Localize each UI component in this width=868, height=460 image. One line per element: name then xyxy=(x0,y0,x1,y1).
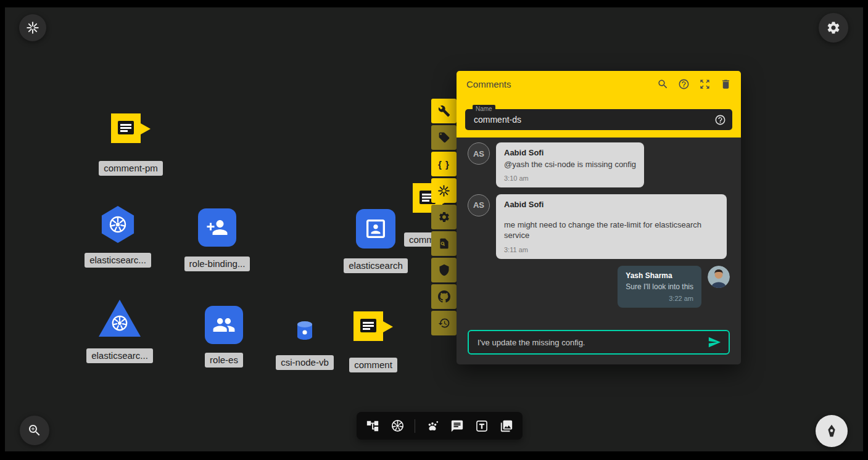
wrench-button[interactable] xyxy=(431,99,457,123)
wrench-icon xyxy=(438,105,450,117)
message-author: Yash Sharma xyxy=(626,271,693,280)
avatar-initials: AS xyxy=(468,194,490,216)
name-input[interactable] xyxy=(474,115,714,125)
person-add-icon xyxy=(198,208,236,247)
comments-panel-header: Comments xyxy=(457,71,741,97)
bottom-dock xyxy=(357,412,523,440)
name-help-icon[interactable] xyxy=(714,114,726,126)
search-button[interactable] xyxy=(653,75,672,93)
send-icon xyxy=(708,335,721,349)
avatar-photo xyxy=(708,266,730,288)
help-icon xyxy=(678,78,690,90)
doc-scan-icon xyxy=(438,237,450,250)
node-label: elasticsearc... xyxy=(86,348,153,363)
comments-panel: Comments Name xyxy=(457,71,741,364)
text-icon xyxy=(475,419,489,433)
design-mode-button[interactable] xyxy=(816,415,848,447)
snowflake-logo-icon xyxy=(26,21,39,35)
message-text: me might need to change the rate-limit f… xyxy=(504,220,719,241)
comment-input[interactable] xyxy=(476,337,706,348)
node-role-binding[interactable]: role-binding... xyxy=(176,208,258,271)
people-icon xyxy=(205,306,243,344)
comment-composer[interactable] xyxy=(468,330,730,355)
node-label: role-binding... xyxy=(184,257,250,271)
expand-button[interactable] xyxy=(695,75,714,93)
dock-divider xyxy=(415,419,415,433)
comment-shape-icon xyxy=(353,311,394,347)
help-button[interactable] xyxy=(674,75,693,93)
node-comment[interactable]: comment xyxy=(333,311,413,372)
kubernetes-tool-button[interactable] xyxy=(390,419,405,433)
node-label: elasticsearch xyxy=(344,258,408,273)
comment-icon xyxy=(450,419,464,433)
message-text: @yash the csi-node is missing config xyxy=(504,159,636,170)
storage-cylinder-icon xyxy=(296,321,314,340)
node-role-es[interactable]: role-es xyxy=(184,306,264,368)
braces-icon: { } xyxy=(438,159,450,170)
gear-icon xyxy=(826,20,841,35)
delete-button[interactable] xyxy=(716,75,735,93)
shield-button[interactable] xyxy=(431,258,457,282)
app-logo-button[interactable] xyxy=(19,14,46,41)
hierarchy-tool-button[interactable] xyxy=(365,419,380,433)
message-time: 3:11 am xyxy=(504,246,719,253)
history-button[interactable] xyxy=(431,311,457,335)
search-icon xyxy=(657,78,669,90)
comment-tool-button[interactable] xyxy=(450,419,465,433)
tag-button[interactable] xyxy=(431,125,457,150)
node-label: elasticsearc... xyxy=(85,253,151,268)
portrait-icon xyxy=(356,209,395,248)
name-section: Name xyxy=(457,97,741,138)
snowflake-icon xyxy=(437,184,450,197)
panel-title: Comments xyxy=(466,79,651,89)
comments-thread: AS Aabid Sofi @yash the csi-node is miss… xyxy=(457,138,741,364)
node-context-toolbar: { } xyxy=(431,99,457,335)
message-bubble: Aabid Sofi me might need to change the r… xyxy=(496,194,727,259)
avatar-initials: AS xyxy=(468,142,490,165)
comment-shape-icon xyxy=(110,113,151,149)
shield-icon xyxy=(438,264,450,276)
snowflake-button[interactable] xyxy=(431,178,457,203)
message-bubble: Yash Sharma Sure I'll look into this 3:2… xyxy=(618,266,701,308)
comment-message: Yash Sharma Sure I'll look into this 3:2… xyxy=(468,266,730,308)
zoom-in-icon xyxy=(27,423,42,438)
kubernetes-icon xyxy=(391,419,405,433)
settings-button[interactable] xyxy=(819,13,848,43)
node-elasticsearch-hexagon[interactable]: elasticsearc... xyxy=(78,206,158,268)
node-label: csi-node-vb xyxy=(276,355,334,370)
gear-button[interactable] xyxy=(431,205,457,229)
design-canvas[interactable]: comment-pm elasticsearc... role-binding.… xyxy=(5,7,863,451)
history-icon xyxy=(438,317,450,329)
media-tool-button[interactable] xyxy=(499,419,514,433)
send-button[interactable] xyxy=(706,334,722,350)
doodle-tool-button[interactable] xyxy=(425,419,440,433)
message-bubble: Aabid Sofi @yash the csi-node is missing… xyxy=(496,142,644,187)
github-button[interactable] xyxy=(431,284,457,309)
braces-button[interactable]: { } xyxy=(431,152,457,176)
gear-icon xyxy=(438,211,450,223)
doc-scan-button[interactable] xyxy=(431,231,457,256)
kubernetes-hexagon-icon xyxy=(100,206,136,243)
github-icon xyxy=(438,290,450,303)
name-field-label: Name xyxy=(473,105,495,113)
name-field[interactable]: Name xyxy=(465,109,732,130)
message-time: 3:22 am xyxy=(626,295,693,302)
message-author: Aabid Sofi xyxy=(504,200,719,209)
expand-icon xyxy=(699,78,711,90)
pen-nib-icon xyxy=(824,423,840,439)
message-text: Sure I'll look into this xyxy=(626,282,693,292)
text-tool-button[interactable] xyxy=(474,419,489,433)
zoom-button[interactable] xyxy=(20,416,49,445)
node-label: comment-pm xyxy=(99,161,163,176)
comment-message: AS Aabid Sofi @yash the csi-node is miss… xyxy=(468,142,730,187)
node-comment-pm[interactable]: comment-pm xyxy=(93,113,169,176)
comment-message: AS Aabid Sofi me might need to change th… xyxy=(468,194,730,259)
node-label: role-es xyxy=(205,353,243,368)
message-time: 3:10 am xyxy=(504,175,636,182)
kubernetes-triangle-icon xyxy=(99,300,141,337)
node-label: comment xyxy=(349,358,397,372)
hierarchy-icon xyxy=(366,419,379,433)
doodle-icon xyxy=(426,419,439,433)
trash-icon xyxy=(720,78,732,90)
node-elasticsearch-triangle[interactable]: elasticsearc... xyxy=(80,300,160,363)
